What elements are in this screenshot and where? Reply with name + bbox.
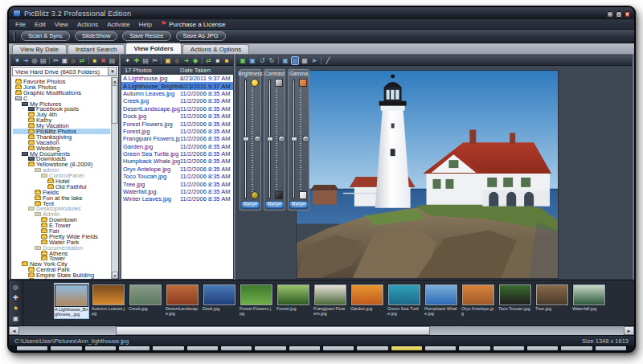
thumbnail-a-lighthouse-brightness-jpg[interactable]: A Lighthouse_Brightness_.jpg (54, 283, 89, 319)
purchase-license-button[interactable]: ⚑ Purchase a License (161, 21, 225, 28)
zoom-icon[interactable]: ◎ (12, 284, 20, 291)
file-row-desertlandscape-jpg[interactable]: DesertLandscape.jpg11/2/2006 8:35 AM (121, 105, 233, 112)
star-icon[interactable]: ★ (12, 305, 20, 312)
view-icon[interactable]: ✦ (124, 57, 131, 64)
tree-item-yellowstone-8-2009[interactable]: Yellowstone (8-2009) (13, 162, 110, 167)
tab-instant-search[interactable]: Instant Search (68, 44, 125, 54)
file-row-forest-flowers-jpg[interactable]: Forest Flowers.jpg11/2/2006 8:35 AM (121, 120, 233, 127)
delete-icon[interactable]: ✖ (100, 57, 107, 64)
redo-icon[interactable]: ↻ (268, 57, 276, 64)
scroll-up-icon[interactable]: ▲ (112, 77, 118, 84)
chevron-down-icon[interactable]: ▼ (108, 67, 117, 76)
scan-sync-button[interactable]: Scan & Sync (21, 31, 70, 41)
menu-actions[interactable]: Actions (77, 21, 98, 28)
save-resize-button[interactable]: Save Resize (122, 31, 170, 41)
file-row-a-lighthouse-jpg[interactable]: A Lighthouse.jpg8/23/2011 9:37 AM (121, 75, 233, 82)
crop-icon[interactable]: ▣ (239, 57, 247, 64)
folder-icon[interactable]: ■ (92, 57, 99, 64)
thumbnail-garden-jpg[interactable]: Garden.jpg (350, 283, 385, 317)
tab-view-folders[interactable]: View Folders (125, 43, 181, 54)
file-row-forest-jpg[interactable]: Forest.jpg11/2/2006 8:35 AM (121, 128, 233, 135)
brightness-slider[interactable] (244, 80, 247, 198)
menu-file[interactable]: File (15, 21, 26, 28)
thumbnail-forest-jpg[interactable]: Forest.jpg (276, 283, 311, 317)
file-row-humpback-whale-jpg[interactable]: Humpback Whale.jpg11/2/2006 8:35 AM (121, 157, 233, 165)
draw-icon[interactable]: ╱ (324, 57, 332, 64)
thumbnail-dock-jpg[interactable]: Dock.jpg (202, 283, 237, 317)
file-row-waterfall-jpg[interactable]: Waterfall.jpg11/2/2006 8:35 AM (121, 188, 233, 195)
search-icon[interactable]: ◎ (31, 57, 39, 64)
file-row-garden-jpg[interactable]: Garden.jpg11/2/2006 8:35 AM (121, 143, 233, 150)
tools-icon[interactable]: ✚ (12, 294, 20, 301)
thumbnail-frangipani-flowers-jpg[interactable]: Frangipani Flowers.jpg (313, 283, 348, 317)
gear-icon[interactable]: ⚙ (278, 136, 285, 143)
slider-thumb[interactable] (267, 137, 273, 141)
filter-icon[interactable]: ▼ (14, 57, 21, 64)
file-row-a-lighthouse-brightness-jpg[interactable]: A Lighthouse_Brightness_.jpg8/23/2011 9:… (121, 82, 233, 89)
gear-icon[interactable]: ⚙ (302, 136, 309, 143)
play-icon[interactable]: ➤ (310, 57, 318, 64)
menu-activate[interactable]: Activate (107, 21, 129, 28)
thumbnail-waterfall-jpg[interactable]: Waterfall.jpg (571, 283, 607, 317)
menu-edit[interactable]: Edit (35, 21, 46, 28)
contrast-reset-button[interactable]: Reset (264, 201, 285, 209)
file-row-toco-toucan-jpg[interactable]: Toco Toucan.jpg11/2/2006 8:35 AM (121, 173, 233, 180)
thumbnail-humpback-whale-jpg[interactable]: Humpback Whale.jpg (424, 283, 459, 317)
thumbnail-toco-toucan-jpg[interactable]: Toco Toucan.jpg (498, 283, 533, 317)
frame-icon[interactable]: ■ (214, 57, 221, 64)
copy-icon[interactable]: ▣ (61, 57, 68, 64)
adjust-icon[interactable]: ☼ (291, 56, 299, 65)
file-row-winter-leaves-jpg[interactable]: Winter Leaves.jpg11/2/2006 8:35 AM (121, 195, 233, 202)
horizontal-scrollbar[interactable]: ◄ ► (9, 325, 634, 335)
tree-item-old-faithful[interactable]: Old Faithful (13, 184, 110, 190)
cut-icon[interactable]: ✂ (52, 57, 59, 64)
add-icon[interactable]: ✚ (133, 57, 140, 64)
grid-icon[interactable]: ▦ (301, 57, 309, 64)
gamma-reset-button[interactable]: Reset (289, 201, 309, 209)
tree-scrollbar[interactable]: ▲ ▼ (111, 77, 118, 279)
file-row-tree-jpg[interactable]: Tree.jpg11/2/2006 8:35 AM (121, 180, 233, 187)
list-icon[interactable]: ▤ (142, 57, 149, 64)
file-row-creek-jpg[interactable]: Creek.jpg11/2/2006 8:35 AM (121, 97, 233, 104)
drive-selector[interactable]: View Hard Drive (6403 Folders) ▼ (12, 67, 117, 76)
tree-item-fun-at-the-lake[interactable]: Fun at the lake (13, 195, 110, 201)
save-as-jpg-button[interactable]: Save As JPG (176, 31, 226, 41)
sync-icon[interactable]: ⇄ (79, 57, 86, 64)
file-row-green-sea-turtle-jpg[interactable]: Green Sea Turtle.jpg11/2/2006 8:35 AM (121, 150, 233, 157)
move-icon[interactable]: ➜ (182, 57, 190, 64)
flower-icon[interactable]: ◆ (192, 57, 199, 64)
rotate-icon[interactable]: ⇄ (205, 57, 212, 64)
tree-item-facebook-posts[interactable]: Facebook posts (13, 106, 110, 112)
scrollbar-thumb[interactable] (112, 85, 118, 124)
go-icon[interactable]: ➜ (23, 57, 30, 64)
maximize-button[interactable]: ▢ (616, 11, 622, 18)
thumbnail-tree-jpg[interactable]: Tree.jpg (534, 283, 570, 317)
scrollbar-track[interactable] (19, 326, 624, 335)
slideshow-button[interactable]: SlideShow (75, 31, 117, 41)
tab-view-by-date[interactable]: View By Date (12, 44, 67, 54)
thumbnail-creek-jpg[interactable]: Creek.jpg (128, 283, 163, 317)
bulb-icon[interactable]: ☼ (70, 57, 77, 64)
report-icon[interactable]: ▤ (109, 57, 116, 64)
thumbnail-green-sea-turtle-jpg[interactable]: Green Sea Turtle.jpg (387, 283, 422, 317)
file-row-dock-jpg[interactable]: Dock.jpg11/2/2006 8:35 AM (121, 112, 233, 120)
slider-thumb[interactable] (243, 137, 249, 141)
undo-icon[interactable]: ↺ (258, 57, 266, 64)
resize-icon[interactable]: ▣ (248, 57, 256, 64)
file-row-autumn-leaves-jpg[interactable]: Autumn Leaves.jpg11/2/2006 8:35 AM (121, 90, 233, 97)
brightness-reset-button[interactable]: Reset (240, 201, 260, 209)
scrollbar-thumb[interactable] (116, 326, 430, 335)
slider-thumb[interactable] (291, 137, 297, 141)
bulb-icon[interactable]: ☼ (174, 57, 181, 64)
contrast-slider[interactable] (268, 80, 271, 198)
thumbnail-autumn-leaves-jpg[interactable]: Autumn Leaves.jpg (91, 283, 126, 317)
thumbnail-desertlandscape-jpg[interactable]: DesertLandscape.jpg (165, 283, 200, 317)
scroll-left-icon[interactable]: ◄ (9, 326, 19, 335)
folder-icon[interactable]: ▣ (12, 315, 20, 322)
tree-item-desktopmodules[interactable]: DesktopModules (13, 206, 110, 211)
tree-item-thanksgiving[interactable]: Thanksgiving (13, 134, 110, 140)
close-button[interactable]: ✕ (625, 11, 630, 18)
cut-icon[interactable]: ✂ (151, 57, 158, 64)
scroll-down-icon[interactable]: ▼ (112, 272, 118, 279)
thumbnail-forest-flowers-jpg[interactable]: Forest Flowers.jpg (239, 283, 274, 317)
